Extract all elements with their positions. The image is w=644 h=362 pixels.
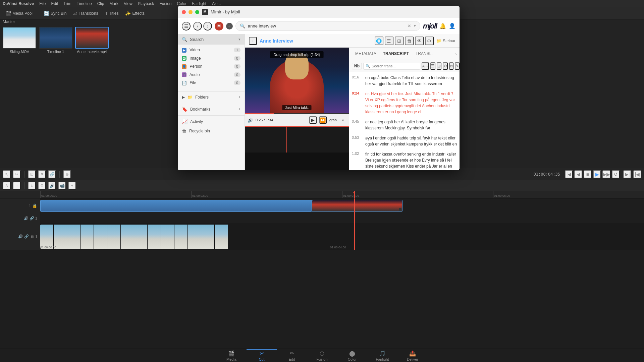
grab-dropdown-icon[interactable]: ▾ [339, 117, 346, 123]
effects-button[interactable]: ✨ Effects [122, 10, 147, 17]
translate-button[interactable]: A→ [422, 62, 429, 70]
main-audio-icon[interactable]: 🔊 [18, 234, 23, 239]
tl-stop[interactable]: ■ [584, 170, 592, 178]
transcript-entry-4[interactable]: 1:02 fin tid for kassa overfor senking e… [352, 151, 457, 170]
tl-step-back[interactable]: ◀ [574, 170, 582, 178]
tl-play[interactable]: ▶ [593, 170, 601, 178]
titles-button[interactable]: T Titles [102, 10, 121, 17]
tab-deliver[interactable]: 📤 Deliver [397, 349, 428, 362]
tl-tool1[interactable]: A [3, 182, 11, 190]
menu-playback[interactable]: Playback [138, 1, 154, 6]
audio-icon[interactable]: 🔊 [24, 216, 29, 220]
sync-bin-button[interactable]: 🔄 Sync Bin [41, 10, 69, 17]
clip-settings-button[interactable]: ⚙ [425, 37, 434, 45]
snow-clip-strip[interactable] [40, 225, 354, 249]
window-close-button[interactable] [182, 10, 186, 14]
tl-video-btn[interactable]: 📹 [58, 182, 66, 190]
media-item-skiing[interactable]: Skiing.MOV [3, 27, 36, 54]
menu-mark[interactable]: Mark [109, 1, 118, 6]
skiing-thumbnail[interactable] [3, 27, 36, 49]
tl-blade-tool[interactable]: ✂ [13, 170, 21, 178]
filter-file[interactable]: 📄 File 0 [182, 79, 240, 87]
nav-back-button[interactable]: ‹ [193, 22, 202, 31]
transcript-entry-1[interactable]: 0:24 er. Hva gjør vi her før. Just Mira … [352, 91, 457, 115]
transcript-entry-0[interactable]: 0:16 en også boks Claus Telio et av de t… [352, 75, 457, 87]
status-indicator[interactable]: ● [226, 23, 233, 29]
copy-button[interactable]: ⧉ [449, 62, 453, 70]
menu-fairlight[interactable]: Fairlight [192, 1, 206, 6]
filter-audio[interactable]: 🎵 Audio 0 [182, 71, 240, 79]
menu-color[interactable]: Color [177, 1, 187, 6]
tab-edit[interactable]: ✏ Edit [277, 349, 307, 362]
volume-icon[interactable]: 🔊 [248, 118, 253, 123]
notification-icon[interactable]: 🔔 [439, 23, 446, 29]
tl-snap-button[interactable]: ⊡ [28, 170, 36, 178]
menu-file[interactable]: File [39, 1, 46, 6]
tl-select-tool[interactable]: ↖ [3, 170, 11, 178]
edit-button[interactable]: ✎ [455, 62, 460, 70]
list-view-button[interactable]: ☰ [430, 62, 435, 70]
tl-go-start[interactable]: |◀ [565, 170, 573, 178]
audio-link-icon[interactable]: 🔗 [30, 216, 34, 220]
tab-media[interactable]: 🎬 Media [216, 349, 247, 362]
bookmarks-add-icon[interactable]: + [238, 107, 240, 112]
grid-view-button[interactable]: ⊞ [437, 62, 441, 70]
transcript-entry-2[interactable]: 0:45 er noe jeg også her Ai kaller brøyt… [352, 119, 457, 131]
main-link-icon[interactable]: 🔗 [24, 234, 29, 239]
sidebar-item-activity[interactable]: 📈 Activity [178, 117, 245, 126]
filter-person[interactable]: 👤 Person 0 [182, 62, 240, 71]
anne-clip-thumbnail[interactable] [312, 200, 402, 212]
main-monitor-icon[interactable]: 🖥 [30, 235, 34, 239]
mimir-search-input[interactable] [248, 23, 405, 28]
clip-list-button[interactable]: ☰ [385, 37, 393, 45]
tab-color[interactable]: ⬤ Color [337, 349, 367, 362]
mimir-brand-button[interactable]: M [215, 22, 223, 31]
video-frame[interactable]: Drag and drop full clip (1:34) Just Mira… [245, 48, 349, 113]
clip-view-button[interactable]: 👁 [415, 37, 424, 45]
tl-link-button[interactable]: 🔗 [48, 170, 56, 178]
search-clear-icon[interactable]: ✕ [408, 23, 411, 28]
settings-transcript-button[interactable]: ⚙ [443, 62, 448, 70]
app-name[interactable]: DaVinci Resolve [3, 1, 34, 6]
menu-view[interactable]: View [124, 1, 132, 6]
tl-settings2[interactable]: ⚙ [38, 182, 46, 190]
timeline-thumbnail[interactable] [39, 27, 72, 49]
media-item-anne[interactable]: Anne Intervie.mp4 [75, 27, 109, 54]
tl-zoom-button[interactable]: ⊕ [63, 170, 71, 178]
filter-image[interactable]: 🖼 Image 0 [182, 54, 240, 63]
window-maximize-button[interactable] [195, 10, 199, 14]
menu-edit[interactable]: Edit [51, 1, 58, 6]
sidebar-item-recycle-bin[interactable]: 🗑 Recycle bin [178, 126, 245, 136]
tl-add-track[interactable]: + [68, 182, 76, 190]
window-minimize-button[interactable] [189, 10, 193, 14]
sidebar-item-folders[interactable]: ▶ 📁 Folders + [178, 93, 245, 102]
transcript-search-input[interactable] [372, 64, 418, 68]
tl-clip-info[interactable]: ℹ [28, 182, 36, 190]
clip-globe-button[interactable]: 🌐 [375, 37, 383, 45]
tl-audio-wave[interactable]: 🔊 [48, 182, 56, 190]
folders-add-icon[interactable]: + [238, 95, 240, 100]
play-button[interactable]: ▶ [309, 116, 317, 124]
transitions-button[interactable]: ⇄ Transitions [70, 10, 101, 17]
nav-forward-button[interactable]: › [203, 22, 212, 31]
tab-transcript[interactable]: TRANSCRIPT [380, 48, 412, 60]
tl-flag-button[interactable]: ⚑ [38, 170, 46, 178]
menu-fusion[interactable]: Fusion [160, 1, 172, 6]
menu-clip[interactable]: Clip [97, 1, 104, 6]
tl-loop[interactable]: ↺ [612, 170, 620, 178]
search-expand-icon[interactable]: ▾ [238, 37, 240, 42]
tl-go-end[interactable]: ▶| [623, 170, 631, 178]
clip-delete-button[interactable]: 🗑 [405, 37, 414, 45]
menu-wo[interactable]: Wo... [212, 1, 221, 6]
search-dropdown-icon[interactable]: ▾ [414, 24, 416, 28]
menu-trim[interactable]: Trim [63, 1, 71, 6]
tab-fairlight[interactable]: 🎵 Fairlight [367, 349, 397, 362]
anne-thumbnail[interactable] [75, 27, 109, 49]
user-account-icon[interactable]: 👤 [449, 23, 455, 29]
media-item-timeline[interactable]: Timeline 1 [39, 27, 72, 54]
tab-metadata[interactable]: METADATA [352, 48, 380, 60]
fast-forward-button[interactable]: ⏩ [319, 116, 327, 124]
sidebar-item-bookmarks[interactable]: 🔖 Bookmarks + [178, 105, 245, 114]
tab-transl[interactable]: TRANSL. [412, 48, 436, 60]
tab-fusion[interactable]: ⬡ Fusion [307, 349, 337, 362]
